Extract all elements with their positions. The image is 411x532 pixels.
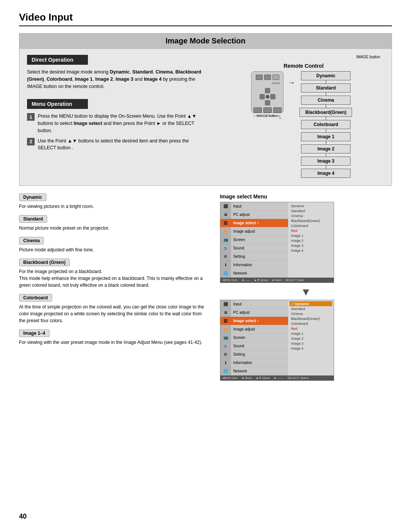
sub-image1: Image 1 — [290, 233, 332, 238]
flow-image2: Image 2 — [301, 144, 350, 153]
menu-item-imageselect: Image select › — [231, 219, 288, 227]
menu-item-screen: Screen — [231, 236, 288, 244]
mode-desc-image14: For viewing with the user preset image m… — [19, 339, 209, 346]
remote-image: IMAGE — [251, 71, 284, 118]
menu-icon2-screen: 📺 — [220, 334, 231, 342]
menu-screenshot-1: ⬛ 🖥 🖼 🎨 📺 🔊 ⚙ ℹ 🌐 Input PC adjust Image — [220, 202, 334, 283]
menu2-item-input: Input — [231, 300, 288, 308]
menu2-item-pcadjust: PC adjust — [231, 308, 288, 317]
sub2-cinema: Cinema — [290, 311, 332, 316]
menu-icon2-pcadjust: 🖥 — [220, 308, 231, 317]
remote-btn-mute — [273, 107, 282, 113]
section-box: Image Mode Selection Direct Operation Se… — [19, 33, 392, 186]
menu-icon-imageselect: 🖼 — [220, 219, 231, 227]
menu-item-information: Information — [231, 261, 288, 269]
flow-image1: Image 1 — [301, 132, 350, 141]
remote-dpad — [260, 88, 276, 105]
dpad-down — [265, 100, 270, 105]
menu2-item-setting: Setting — [231, 350, 288, 359]
remote-btn — [256, 75, 263, 80]
sub-red: Red — [290, 228, 332, 233]
menu-footer-2: MENU Exit ◄ Back ▲▼ Move ► ------ SELECT… — [220, 375, 334, 380]
menu-icon-pcadjust: 🖥 — [220, 211, 231, 219]
menu2-item-network: Network — [231, 367, 288, 375]
mode-desc-cinema: Picture mode adjusted with fine tone. — [19, 246, 209, 253]
flow-cinema: Cinema — [301, 96, 350, 105]
image-select-menus: Image select Menu ⬛ 🖥 🖼 🎨 📺 🔊 ⚙ ℹ 🌐 — [220, 193, 392, 384]
mode-cinema: Cinema Picture mode adjusted with fine t… — [19, 237, 209, 253]
menu-step-1: 1 Press the MENU button to display the O… — [27, 113, 208, 134]
menu-submenu-2: ✓ Dynamic Standard Cinema Blackboard(Gre… — [288, 300, 334, 375]
remote-image-btn — [272, 75, 279, 80]
footer2-move: ▲▼ Move — [256, 376, 270, 380]
flow-arrow-right: → — [288, 79, 295, 87]
menu-step-2: 2 Use the Point ▲▼ buttons to select the… — [27, 137, 208, 152]
dpad-up — [265, 88, 270, 93]
footer2-select: SELECT Select — [287, 376, 308, 380]
image-button-note: IMAGE button — [356, 55, 384, 59]
menu-icons-col-2: ⬛ 🖥 🖼 🎨 📺 🔊 ⚙ ℹ 🌐 — [220, 300, 231, 375]
menu-icon-sound: 🔊 — [220, 244, 231, 252]
menu-item-network: Network — [231, 269, 288, 278]
footer-back: ◄ ----- — [241, 278, 250, 282]
direct-operation-text: Select the desired image mode among Dyna… — [27, 69, 208, 90]
image-label-small: IMAGE — [272, 82, 280, 85]
remote-btn-labels: D.ZOOMVOLUMEM TE — [253, 115, 281, 119]
menu-item-pcadjust: PC adjust — [231, 211, 288, 219]
menu-screenshot-2: ⬛ 🖥 🖼 🎨 📺 🔊 ⚙ ℹ 🌐 Input PC adjust Image — [220, 300, 334, 381]
menu-icon-network: 🌐 — [220, 269, 231, 278]
menu-icon2-sound: 🔊 — [220, 342, 231, 350]
mode-image14: Image 1–4 For viewing with the user pres… — [19, 329, 209, 346]
page-header: Video Input — [19, 11, 392, 26]
flow-image4: Image 4 — [301, 169, 350, 178]
footer2-next: ► ------ — [274, 376, 284, 380]
sub2-red: Red — [290, 326, 332, 331]
sub-cinema: Cinema — [290, 213, 332, 218]
menu-item-setting: Setting — [231, 252, 288, 261]
page-number: 40 — [19, 513, 27, 521]
menu-item-input: Input — [231, 202, 288, 211]
menu-item-sound: Sound — [231, 244, 288, 252]
flow-dynamic: Dynamic — [301, 71, 350, 80]
menu-labels-col-2: Input PC adjust Image select ‹ Image adj… — [231, 300, 288, 375]
menu-icon-imageadjust: 🎨 — [220, 227, 231, 236]
mode-tag-blackboard: Blackboard (Green) — [19, 259, 70, 266]
footer-exit: MENU Exit — [223, 278, 237, 282]
sub2-image4: Image 4 — [290, 346, 332, 351]
menu-icon2-input: ⬛ — [220, 300, 231, 308]
page-title: Video Input — [19, 11, 392, 23]
dpad-left — [260, 94, 265, 99]
mode-desc-dynamic: For viewing pictures in a bright room. — [19, 203, 209, 210]
menu-icons-col-1: ⬛ 🖥 🖼 🎨 📺 🔊 ⚙ ℹ 🌐 — [220, 202, 231, 278]
footer2-exit: MENU Exit — [223, 376, 237, 380]
menu2-item-imageselect: Image select ‹ — [231, 317, 288, 325]
sub-image4: Image 4 — [290, 248, 332, 253]
flow-column: Dynamic Standard Cinema Blackboard(Green… — [299, 71, 352, 178]
flow-colorboard: Colorboard — [301, 120, 350, 129]
mode-colorboard: Colorboard At the time of simple project… — [19, 294, 209, 324]
mode-tag-dynamic: Dynamic — [19, 193, 46, 201]
mode-tag-cinema: Cinema — [19, 237, 44, 244]
menu-icon-info: ℹ — [220, 261, 231, 269]
mode-desc-blackboard: For the image projected on a blackboard.… — [19, 268, 209, 289]
sub2-image2: Image 2 — [290, 336, 332, 341]
remote-btn-volume — [263, 107, 272, 113]
remote-body: IMAGE — [251, 71, 284, 113]
menu-footer-1: MENU Exit ◄ ----- ▲▼ Move ►Next SELECT N… — [220, 278, 334, 283]
remote-btn — [264, 75, 271, 80]
menu-icon2-imageselect: 🖼 — [220, 317, 231, 325]
sub-image2: Image 2 — [290, 238, 332, 243]
footer-move: ▲▼ Move — [254, 278, 268, 282]
menu2-item-information: Information — [231, 359, 288, 367]
page-container: Video Input Image Mode Selection Direct … — [0, 0, 411, 532]
mode-desc-colorboard: At the time of simple projection on the … — [19, 304, 209, 324]
direct-operation-header: Direct Operation — [27, 55, 208, 69]
mode-dynamic: Dynamic For viewing pictures in a bright… — [19, 193, 209, 210]
direct-operation-label: Direct Operation — [27, 55, 88, 65]
right-column: IMAGE button Remote Control — [220, 55, 384, 178]
footer-next: ►Next — [272, 278, 281, 282]
mode-desc-standard: Normal picture mode preset on the projec… — [19, 225, 209, 232]
menu2-item-sound: Sound — [231, 342, 288, 350]
menu-icon-screen: 📺 — [220, 236, 231, 244]
sub-dynamic: Dynamic — [290, 203, 332, 208]
